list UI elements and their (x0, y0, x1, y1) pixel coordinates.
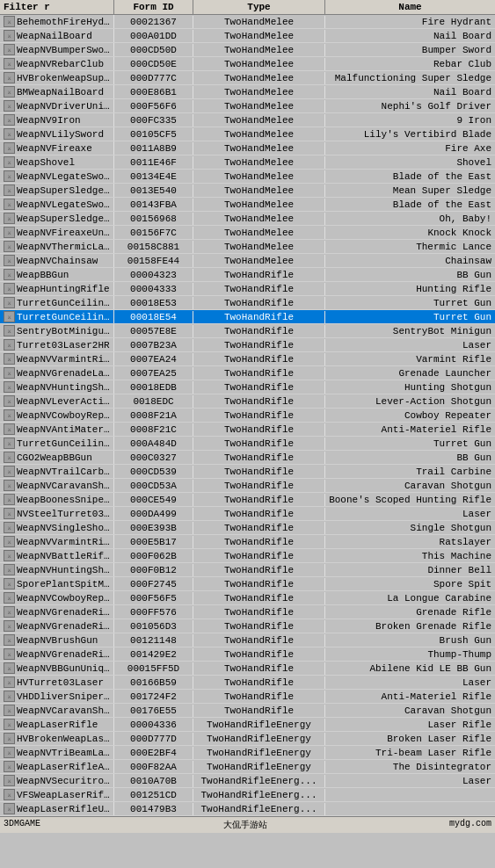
table-row[interactable]: ⚔HVBrokenWeapSuperSledge 000D777C TwoHan… (0, 71, 495, 85)
row-filter-cell: ⚔WeapNVVarmintRifle (0, 352, 114, 365)
row-icon: ⚔ (4, 761, 15, 772)
table-row[interactable]: ⚔SentryBotMinigun2HR 00057E8E TwoHandRif… (0, 324, 495, 338)
table-row[interactable]: ⚔WeapNVFireaxe 0011A8B9 TwoHandMelee Fir… (0, 141, 495, 156)
table-row[interactable]: ⚔WeapNVGrenadeRifleBroken 001056D3 TwoHa… (0, 619, 495, 633)
row-filter-cell: ⚔HVBrokenWeapLaserRifle (0, 732, 114, 745)
table-body: ⚔BehemothFireHydrant 00021367 TwoHandMel… (0, 15, 495, 816)
table-row[interactable]: ⚔WeapSuperSledgeMeanie 0013E540 TwoHandM… (0, 184, 495, 198)
row-type-cell: TwoHandRifleEnerg... (193, 803, 325, 815)
table-row[interactable]: ⚔WeapNVLilySword 00105CF5 TwoHandMelee L… (0, 127, 495, 141)
header-filter[interactable]: Filter r (0, 0, 114, 14)
table-row[interactable]: ⚔WeapNVRebarClub 000CD50E TwoHandMelee R… (0, 57, 495, 71)
table-row[interactable]: ⚔WeapSuperSledgeUnique 00156968 TwoHandM… (0, 212, 495, 226)
table-row[interactable]: ⚔WeapNailBoard 000A01DD TwoHandMelee Nai… (0, 29, 495, 43)
header-formid[interactable]: Form ID (114, 0, 193, 14)
row-name-cell: Blade of the East (325, 170, 495, 183)
row-filter-cell: ⚔CGO2WeapBBGun (0, 451, 114, 464)
table-row[interactable]: ⚔WeapNVDriverUnique 000F56F6 TwoHandMele… (0, 99, 495, 113)
table-row[interactable]: ⚔WeapNVTriBeamLaserRifle 000E2BF4 TwoHan… (0, 746, 495, 760)
row-formid-cell: 000F56F5 (114, 592, 193, 604)
table-row[interactable]: ⚔WeapHuntingRifle 00004333 TwoHandRifle … (0, 282, 495, 296)
row-name-cell: Rebar Club (325, 58, 495, 70)
row-name-cell: Nephi's Golf Driver (325, 100, 495, 112)
table-row[interactable]: ⚔WeapNVSingleShotgun 000E393B TwoHandRif… (0, 521, 495, 535)
row-icon: ⚔ (4, 719, 15, 730)
header-type[interactable]: Type (193, 0, 325, 14)
table-row[interactable]: ⚔NVSteelTurret03Laser2HR 000DA499 TwoHan… (0, 507, 495, 521)
table-row[interactable]: ⚔WeapNVHuntingShotgunUnique 000F0B12 Two… (0, 563, 495, 577)
header-name[interactable]: Name (325, 0, 495, 14)
table-row[interactable]: ⚔WeapNVCowboyRepeater 0008F21A TwoHandRi… (0, 409, 495, 423)
row-type-cell: TwoHandRifle (193, 508, 325, 520)
table-row[interactable]: ⚔WeapNVAntiMaterielRifle 0008F21C TwoHan… (0, 423, 495, 437)
table-row[interactable]: ⚔WeapNVLegateSword 00134E4E TwoHandMelee… (0, 170, 495, 184)
table-row[interactable]: ⚔WeapNVGrenadeLauncher 0007EA25 TwoHandR… (0, 366, 495, 380)
table-row[interactable]: ⚔WeapNVVarmintRifleUnique 000E5B17 TwoHa… (0, 535, 495, 549)
row-filter-cell: ⚔TurretGunCeiling03 (0, 310, 114, 323)
row-name-cell: BB Gun (325, 269, 495, 281)
row-formid-cell: 001724F2 (114, 691, 193, 703)
table-row[interactable]: ⚔WeapNVLegateSword2 00143FBA TwoHandMele… (0, 198, 495, 212)
table-row[interactable]: ⚔WeapNVBBGunUnique 00015FF5D TwoHandRifl… (0, 662, 495, 676)
row-type-cell: TwoHandRifle (193, 297, 325, 309)
table-row[interactable]: ⚔VHDDliverSniperAntiMaterielRifle 001724… (0, 690, 495, 704)
row-type-cell: TwoHandRifle (193, 339, 325, 351)
row-icon: ⚔ (4, 522, 15, 533)
table-row[interactable]: ⚔WeapNVBumperSword 000CD50D TwoHandMelee… (0, 43, 495, 57)
row-icon: ⚔ (4, 213, 15, 224)
table-row[interactable]: ⚔CGO2WeapBBGun 000C0327 TwoHandRifle BB … (0, 451, 495, 465)
row-filter-text: HVBrokenWeapSuperSledge (17, 73, 110, 83)
row-filter-text: WeapNailBoard (17, 31, 92, 41)
table-row[interactable]: ⚔WeapNVThermicLance 00158C881 TwoHandMel… (0, 240, 495, 254)
row-name-cell: Malfunctioning Super Sledge (325, 72, 495, 84)
table-row[interactable]: ⚔WeapNVGrenadeRifleUnique 001429E2 TwoHa… (0, 647, 495, 662)
row-filter-cell: ⚔WeapLaserRifleAlwaysCrits (0, 760, 114, 773)
table-row[interactable]: ⚔WeapNVHuntingShotgun 00018EDB TwoHandRi… (0, 380, 495, 394)
table-row[interactable]: ⚔HVTurret03Laser 00166B59 TwoHandRifle L… (0, 676, 495, 690)
table-row[interactable]: ⚔BehemothFireHydrant 00021367 TwoHandMel… (0, 15, 495, 29)
table-row[interactable]: ⚔TurretGunCeiling02 00018E53 TwoHandRifl… (0, 296, 495, 310)
table-row[interactable]: ⚔VFSWeapLaserRifleVanGraff 001251CD TwoH… (0, 788, 495, 802)
row-filter-cell: ⚔WeapNVFireaxe (0, 141, 114, 155)
row-filter-cell: ⚔WeapNVHuntingShotgunUnique (0, 563, 114, 576)
table-row[interactable]: ⚔Turret03Laser2HR 0007B23A TwoHandRifle … (0, 338, 495, 352)
table-row[interactable]: ⚔WeapLaserRifle 00004336 TwoHandRifleEne… (0, 718, 495, 732)
table-row[interactable]: ⚔WeapLaserRifleAlwaysCrits 000F82AA TwoH… (0, 760, 495, 774)
table-row[interactable]: ⚔TurretGunCeiling01 000A484D TwoHandRifl… (0, 437, 495, 451)
table-row[interactable]: ⚔WeapNVLeverActionShotgun 0018EDC TwoHan… (0, 394, 495, 409)
table-row[interactable]: ⚔HVBrokenWeapLaserRifle 000D777D TwoHand… (0, 732, 495, 746)
row-icon: ⚔ (4, 311, 15, 322)
table-row[interactable]: ⚔WeapBBGun 00004323 TwoHandRifle BB Gun (0, 268, 495, 282)
table-row[interactable]: ⚔WeapNVGrenadeRifle 000FF576 TwoHandRifl… (0, 605, 495, 619)
table-row[interactable]: ⚔BMWeapNailBoard 000E86B1 TwoHandMelee N… (0, 85, 495, 99)
row-formid-cell: 0008F21A (114, 409, 193, 422)
table-row[interactable]: ⚔WeapNVBattleRifleUnique 000F062B TwoHan… (0, 549, 495, 563)
table-row[interactable]: ⚔WeapNV9Iron 000FC335 TwoHandMelee 9 Iro… (0, 113, 495, 127)
table-row[interactable]: ⚔TurretGunCeiling03 00018E54 TwoHandRifl… (0, 310, 495, 324)
table-row[interactable]: ⚔WeapNVTrailCarbine 000CD539 TwoHandRifl… (0, 465, 495, 479)
table-row[interactable]: ⚔WeapNVCaravanShotgun 000CD53A TwoHandRi… (0, 479, 495, 493)
table-row[interactable]: ⚔WeapBoonesSniperRifle 000CE549 TwoHandR… (0, 493, 495, 507)
table-row[interactable]: ⚔WeapNVChainsaw 00158FE44 TwoHandMelee C… (0, 254, 495, 268)
row-name-cell: Nail Board (325, 30, 495, 42)
row-name-cell: Varmint Rifle (325, 353, 495, 365)
row-filter-text: WeapNVSecuritronLaser (17, 776, 110, 786)
table-row[interactable]: ⚔SporePlantSpitMissile 000F2745 TwoHandR… (0, 577, 495, 591)
row-icon: ⚔ (4, 16, 15, 27)
row-filter-cell: ⚔WeapNVBBGunUnique (0, 662, 114, 675)
table-row[interactable]: ⚔WeapNVCaravanShotgunCass 00176E55 TwoHa… (0, 704, 495, 718)
row-type-cell: TwoHandMelee (193, 86, 325, 98)
row-filter-text: WeapNVHuntingShotgunUnique (17, 565, 110, 575)
row-type-cell: TwoHandMelee (193, 100, 325, 112)
table-row[interactable]: ⚔WeapLaserRifleUnique 001479B3 TwoHandRi… (0, 802, 495, 816)
table-row[interactable]: ⚔WeapNVFireaxeUnique 00156F7C TwoHandMel… (0, 226, 495, 240)
row-filter-text: VFSWeapLaserRifleVanGraff (17, 790, 110, 800)
table-row[interactable]: ⚔WeapNVBrushGun 00121148 TwoHandRifle Br… (0, 633, 495, 647)
table-row[interactable]: ⚔WeapShovel 0011E46F TwoHandMelee Shovel (0, 156, 495, 170)
table-row[interactable]: ⚔WeapNVSecuritronLaser 0010A70B TwoHandR… (0, 774, 495, 788)
table-row[interactable]: ⚔WeapNVVarmintRifle 0007EA24 TwoHandRifl… (0, 352, 495, 366)
table-row[interactable]: ⚔WeapNVCowboyRepeaterUnique 000F56F5 Two… (0, 591, 495, 605)
row-type-cell: TwoHandMelee (193, 213, 325, 225)
row-icon: ⚔ (4, 156, 15, 168)
row-name-cell: Fire Axe (325, 142, 495, 155)
